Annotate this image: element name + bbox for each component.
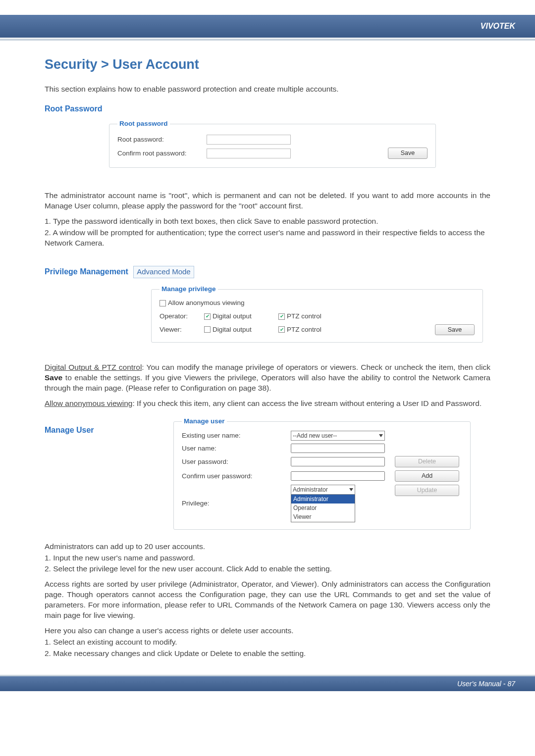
checkbox-icon — [278, 326, 285, 333]
root-password-save-button[interactable]: Save — [388, 148, 428, 159]
manage-user-p1: Administrators can add up to 20 user acc… — [45, 542, 490, 552]
confirm-user-password-label: Confirm user password: — [182, 472, 281, 481]
footer-bar: User's Manual - 87 — [0, 676, 535, 691]
privilege-panel-wrap: Manage privilege Allow anonymous viewing… — [151, 285, 483, 343]
root-password-label: Root password: — [117, 135, 207, 144]
cd-li4-pre: 2. Make necessary changes and click — [45, 649, 174, 657]
allow-anonymous-checkbox[interactable]: Allow anonymous viewing — [160, 299, 245, 307]
privilege-option-viewer[interactable]: Viewer — [291, 512, 355, 521]
manage-user-heading: Manage User — [45, 425, 173, 436]
viewer-ptz-checkbox[interactable]: PTZ control — [278, 325, 353, 334]
privilege-grid: Operator: Digital output PTZ control Vie… — [160, 312, 475, 335]
update-user-button[interactable]: Update — [395, 485, 459, 496]
existing-user-label: Existing user name: — [182, 431, 281, 440]
checkbox-icon — [160, 300, 166, 306]
root-password-legend: Root password — [117, 119, 170, 128]
user-password-input[interactable] — [291, 457, 385, 466]
cd-li4-b1: Update — [174, 649, 199, 657]
user-password-label: User password: — [182, 457, 281, 466]
header-bar: VIVOTEK — [0, 15, 535, 38]
privilege-select-value: Administrator — [293, 486, 328, 494]
operator-row-label: Operator: — [160, 312, 204, 321]
user-name-input[interactable] — [291, 444, 385, 453]
privilege-option-operator[interactable]: Operator — [291, 504, 355, 512]
dop-post: to enable the settings. If you give View… — [45, 373, 490, 392]
digital-output-description: Digital Output & PTZ control: You can mo… — [45, 362, 490, 394]
privilege-dropdown: Administrator Operator Viewer — [291, 494, 355, 522]
add-user-button[interactable]: Add — [395, 470, 459, 482]
privilege-select-wrap: Administrator Administrator Operator Vie… — [291, 485, 385, 522]
checkbox-icon — [204, 326, 211, 333]
root-step-1-bold: Save — [254, 217, 271, 225]
confirm-root-password-row: Confirm root password: Save — [117, 146, 428, 160]
delete-user-button[interactable]: Delete — [395, 456, 459, 467]
confirm-user-password-input[interactable] — [291, 471, 385, 481]
root-password-input[interactable] — [207, 135, 291, 145]
change-delete-step-1: 1. Select an existing account to modify. — [45, 637, 490, 648]
root-password-heading: Root Password — [45, 103, 490, 114]
viewer-ptz-label: PTZ control — [287, 325, 321, 334]
privilege-label: Privilege: — [182, 499, 281, 508]
allow-anonymous-label: Allow anonymous viewing — [168, 299, 245, 307]
privilege-save-button[interactable]: Save — [435, 324, 475, 336]
viewer-row-label: Viewer: — [160, 325, 204, 334]
manage-user-grid: Existing user name: --Add new user-- Use… — [182, 431, 462, 522]
existing-user-select[interactable]: --Add new user-- — [291, 431, 385, 441]
page-content: Security > User Account This section exp… — [0, 41, 535, 675]
privilege-heading-row: Privilege Management Advanced Mode — [45, 262, 490, 282]
privilege-option-administrator[interactable]: Administrator — [291, 495, 355, 504]
manage-user-step-2: 2. Select the privilege level for the ne… — [45, 564, 490, 574]
root-description-p1: The administrator account name is "root"… — [45, 191, 490, 211]
manage-user-section: Manage User Manage user Existing user na… — [45, 414, 490, 537]
root-step-1: 1. Type the password identically in both… — [45, 216, 490, 227]
privilege-select[interactable]: Administrator — [291, 485, 355, 495]
manage-user-legend: Manage user — [182, 417, 227, 426]
manage-privilege-panel: Manage privilege Allow anonymous viewing… — [151, 285, 483, 343]
mu-li2-bold: Add — [245, 564, 259, 573]
confirm-root-password-label: Confirm root password: — [117, 149, 207, 158]
anon-text: : If you check this item, any client can… — [132, 399, 482, 407]
user-name-label: User name: — [182, 444, 281, 453]
viewer-digital-output-checkbox[interactable]: Digital output — [204, 325, 278, 334]
confirm-root-password-input[interactable] — [207, 149, 291, 158]
existing-user-value: --Add new user-- — [293, 432, 337, 440]
manage-privilege-legend: Manage privilege — [160, 285, 218, 294]
dop-pre: : You can modify the manage privilege of… — [142, 363, 490, 371]
checkbox-icon — [278, 313, 285, 320]
dop-title: Digital Output & PTZ control — [45, 363, 142, 371]
brand-text: VIVOTEK — [481, 22, 515, 31]
cd-li4-b2: Delete — [210, 649, 232, 657]
dop-bold: Save — [45, 373, 62, 382]
operator-ptz-checkbox[interactable]: PTZ control — [278, 312, 353, 321]
change-delete-step-2: 2. Make necessary changes and click Upda… — [45, 649, 490, 659]
change-delete-intro: Here you also can change a user's access… — [45, 626, 490, 636]
operator-do-label: Digital output — [213, 312, 252, 321]
manage-user-step-1: 1. Input the new user's name and passwor… — [45, 553, 490, 563]
mu-li2-post: to enable the setting. — [259, 564, 332, 573]
footer-text: User's Manual - 87 — [457, 680, 515, 688]
access-rights-para: Access rights are sorted by user privile… — [45, 579, 490, 621]
mu-li2-pre: 2. Select the privilege level for the ne… — [45, 564, 245, 573]
operator-digital-output-checkbox[interactable]: Digital output — [204, 312, 278, 321]
anon-title: Allow anonymous viewing — [45, 399, 132, 407]
checkbox-icon — [204, 313, 211, 320]
root-step-1-post: to enable password protection. — [271, 217, 378, 225]
root-step-2: 2. A window will be prompted for authent… — [45, 228, 490, 249]
root-password-panel: Root password Root password: Confirm roo… — [109, 119, 436, 168]
manage-user-panel: Manage user Existing user name: --Add ne… — [173, 417, 471, 530]
cd-li4-mid: or — [199, 649, 210, 657]
operator-ptz-label: PTZ control — [287, 312, 321, 321]
advanced-mode-tag: Advanced Mode — [133, 266, 194, 278]
root-password-row: Root password: — [117, 133, 428, 146]
anonymous-viewing-description: Allow anonymous viewing: If you check th… — [45, 399, 490, 409]
root-step-1-pre: 1. Type the password identically in both… — [45, 217, 254, 225]
page-title: Security > User Account — [45, 55, 490, 73]
root-password-panel-wrap: Root password Root password: Confirm roo… — [109, 119, 436, 168]
privilege-management-heading: Privilege Management — [45, 266, 128, 277]
viewer-do-label: Digital output — [213, 325, 252, 334]
cd-li4-post: to enable the setting. — [232, 649, 306, 657]
intro-text: This section explains how to enable pass… — [45, 84, 490, 95]
